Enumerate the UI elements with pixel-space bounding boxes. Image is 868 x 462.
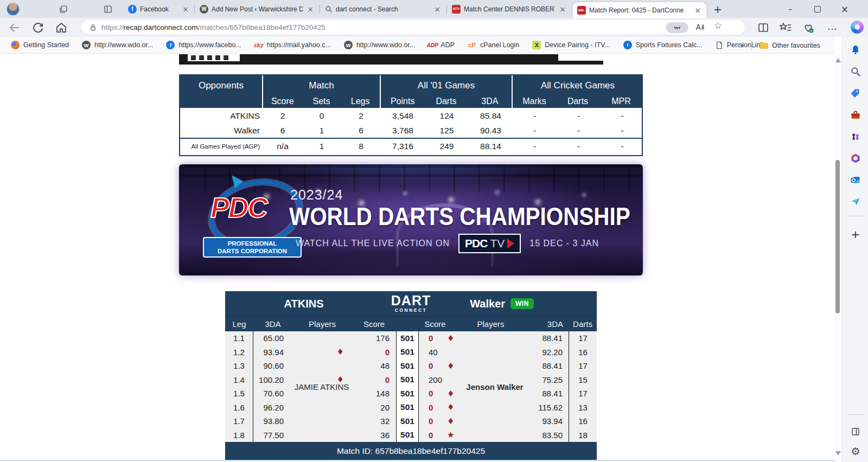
bookmark-facebook[interactable]: f https://www.facebo... (166, 41, 241, 49)
bookmark-wdo-2[interactable]: W http://www.wdo.or... (344, 41, 415, 49)
bookmark-getting-started[interactable]: Getting Started (11, 41, 69, 49)
copilot-icon[interactable] (851, 21, 864, 34)
bookmarks-divider (751, 41, 752, 50)
tab-wordpress[interactable]: W Add New Post ‹ Warwickshire Da × (195, 0, 319, 18)
tools-toolbox-icon[interactable] (849, 108, 862, 121)
tab-close-icon[interactable]: × (433, 5, 442, 14)
bookmark-sports-fixtures[interactable]: i Sports Fixtures Calc... (623, 41, 703, 49)
sidebar-search-icon[interactable] (849, 65, 862, 78)
window-minimize-button[interactable]: – (778, 0, 803, 18)
vertical-tabs-icon[interactable] (103, 4, 113, 14)
right-score-value: 0 (429, 333, 433, 343)
bookmarks-overflow-chevron-icon[interactable]: › (741, 40, 744, 50)
page-header-strip (179, 54, 603, 65)
left-score-value: 20 (380, 403, 390, 412)
stat-value: 88.14 (469, 142, 513, 151)
leg-number: 1.6 (225, 401, 253, 415)
social-share-icons[interactable] (188, 54, 240, 61)
bookmark-device-pairing[interactable]: X Device Pairing - ITV... (532, 41, 610, 49)
right-score-cell: 4092.20 (419, 345, 569, 360)
microsoft-365-icon[interactable] (849, 152, 862, 165)
back-icon[interactable] (8, 21, 21, 34)
bookmarks-bar: Getting Started W http://www.wdo.or... f… (0, 37, 834, 54)
match-group-header: Match Score Sets Legs (263, 75, 381, 108)
collections-favorites-icon[interactable] (779, 21, 792, 34)
social-icon[interactable] (224, 55, 228, 60)
browser-window: f Facebook × W Add New Post ‹ Warwickshi… (0, 0, 868, 462)
other-favourites-folder[interactable]: Other favourites (760, 42, 820, 49)
scroll-up-arrow-icon[interactable] (835, 58, 841, 62)
new-tab-button[interactable]: + (710, 0, 726, 18)
sidebar-panel-icon[interactable] (849, 425, 862, 438)
left-score-cell: 20 (292, 401, 396, 415)
browser-essentials-icon[interactable] (802, 21, 815, 34)
leg-number: 1.8 (225, 428, 253, 442)
stat-value: 6 (341, 126, 381, 136)
games-chess-icon[interactable] (849, 130, 862, 143)
window-close-button[interactable]: × (832, 0, 857, 18)
tab-match-report-active[interactable]: MR: Match Report: 0425 - DartConne × (573, 2, 706, 18)
left-score-cell: 176 (292, 331, 396, 345)
social-icon[interactable] (215, 55, 220, 60)
cpanel-icon: cP (468, 41, 476, 49)
split-screen-icon[interactable] (757, 21, 770, 34)
notifications-bell-icon[interactable] (849, 43, 862, 56)
tab-close-icon[interactable]: × (558, 5, 567, 14)
tab-facebook[interactable]: f Facebook × (124, 0, 194, 18)
tab-close-icon[interactable]: × (693, 6, 702, 15)
sidebar-divider (847, 216, 864, 216)
drop-paper-plane-icon[interactable] (849, 195, 862, 208)
add-favorite-star-icon[interactable]: ☆ (714, 20, 726, 31)
match-header: ATKINS DART CONNECT Walker WIN (225, 291, 597, 316)
header-button-partial[interactable] (558, 54, 603, 61)
home-icon[interactable] (55, 21, 68, 34)
social-icon[interactable] (191, 55, 196, 60)
col-header: Darts (424, 97, 468, 106)
sidebar-settings-gear-icon[interactable]: ⚙ (849, 445, 862, 458)
window-maximize-button[interactable] (805, 0, 830, 18)
right-team-name: Walker WIN (442, 291, 561, 316)
leg-row: 1.5 70.60 148 501 0♦88.41 17 (225, 387, 597, 401)
tab-actions-icon[interactable] (59, 4, 68, 14)
tab-close-icon[interactable]: × (306, 5, 315, 14)
profile-avatar[interactable] (7, 3, 20, 16)
pdctv-brand: PDC (465, 237, 487, 250)
scrollbar-thumb[interactable] (835, 160, 840, 313)
social-icon[interactable] (199, 55, 204, 60)
start-score-cell: 501 (396, 401, 419, 415)
refresh-icon[interactable] (31, 21, 44, 34)
scroll-down-arrow-icon[interactable] (835, 451, 841, 455)
opponent-name: All Games Played (AGP) (180, 143, 263, 150)
wordpress-icon: W (82, 41, 91, 49)
leg-number: 1.1 (225, 331, 253, 345)
social-icon[interactable] (207, 55, 212, 60)
shopping-tag-icon[interactable] (849, 87, 862, 100)
bookmark-cpanel[interactable]: cP cPanel Login (468, 41, 519, 49)
url-text[interactable]: https://recap.dartconnect.com/matches/65… (101, 23, 326, 31)
page-scrollbar[interactable] (834, 54, 842, 462)
stat-value: - (513, 142, 557, 151)
outlook-icon[interactable] (849, 174, 862, 187)
tracking-prevention-pill[interactable] (666, 22, 688, 33)
right-score-value: 40 (429, 348, 438, 357)
tab-close-icon[interactable]: × (181, 5, 190, 14)
right-score-value: 200 (429, 375, 442, 384)
address-bar[interactable]: https://recap.dartconnect.com/matches/65… (81, 20, 745, 35)
read-aloud-icon[interactable] (693, 22, 705, 33)
leg-number: 1.2 (225, 345, 253, 360)
lock-icon[interactable] (89, 23, 97, 31)
left-score-value: 0 (385, 375, 390, 384)
sidebar-add-icon[interactable]: + (849, 228, 862, 241)
bookmark-adp[interactable]: ADP ADP (428, 41, 455, 49)
summary-header: Opponents Match Score Sets Legs All '01 … (180, 75, 642, 108)
pdc-championship-banner-ad[interactable]: PDC PROFESSIONAL DARTS CORPORATION 2023/… (179, 164, 643, 275)
tab-search[interactable]: dart connect - Search × (321, 0, 446, 18)
more-settings-icon[interactable]: … (826, 21, 839, 34)
bookmark-yahoo-mail[interactable]: sky https://mail.yahoo.c... (254, 41, 331, 49)
tab-separator (320, 5, 320, 13)
left-score-value: 36 (380, 431, 390, 440)
url-host: recap.dartconnect.com (124, 23, 198, 31)
tab-match-center[interactable]: DCTV Match Center DENNIS ROBERTS × (448, 0, 571, 18)
bookmark-wdo-1[interactable]: W http://www.wdo.or... (82, 41, 153, 49)
col-right-players: Players (451, 319, 530, 329)
